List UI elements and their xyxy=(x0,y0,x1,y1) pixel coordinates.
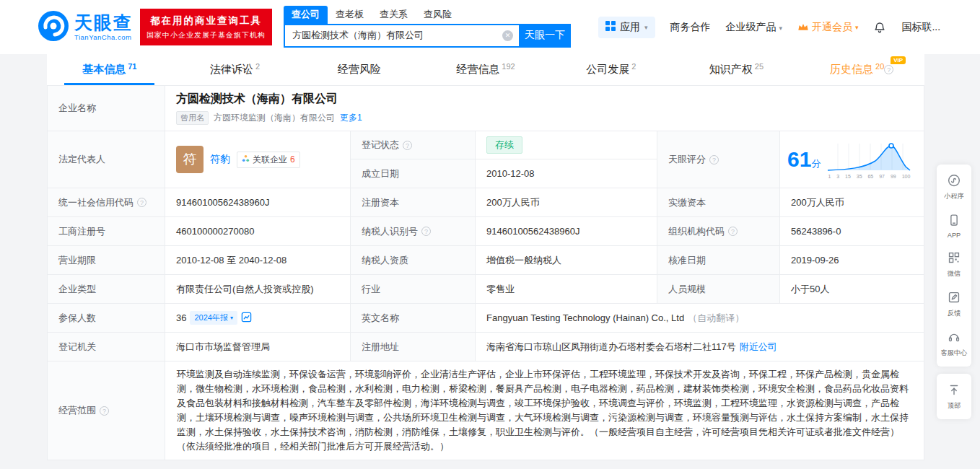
search-input[interactable] xyxy=(284,24,519,48)
info-icon[interactable]: ? xyxy=(403,141,412,150)
field-label-reg-status: 登记状态? xyxy=(351,131,476,159)
tab-intellectual-property[interactable]: 知识产权25 xyxy=(674,54,800,85)
related-companies-count: 6 xyxy=(290,154,295,165)
tab-count: 71 xyxy=(128,62,136,71)
info-icon[interactable]: ? xyxy=(884,65,893,74)
info-icon[interactable]: ? xyxy=(421,227,431,236)
banner-line1: 都在用的商业查询工具 xyxy=(146,14,266,27)
company-type-value: 有限责任公司(自然人投资或控股) xyxy=(165,275,351,303)
credit-code-value: 91460100562438960J xyxy=(165,188,351,216)
field-label-company-type: 企业类型 xyxy=(48,275,165,303)
reg-address-cell: 海南省海口市琼山区凤翔街道办石塔村委会石塔村二社117号 附近公司 xyxy=(476,333,924,361)
menu-vip-label: 开通会员 xyxy=(812,21,852,34)
field-label-staff-size: 人员规模 xyxy=(657,275,780,303)
paid-capital-value: 200万人民币 xyxy=(780,188,924,216)
tab-business-info[interactable]: 经营信息192 xyxy=(423,54,548,85)
score-axis-labels: 131535659799100 xyxy=(826,174,911,179)
tab-label: 知识产权 xyxy=(709,63,753,76)
field-label-industry: 行业 xyxy=(351,275,476,303)
annual-report-badge[interactable]: 2024年报▾ xyxy=(190,311,237,325)
score-value: 61分 xyxy=(787,149,821,170)
field-label-reg-capital: 注册资本 xyxy=(351,188,476,216)
search-tab-company[interactable]: 查公司 xyxy=(284,6,328,24)
sidebar-item-miniprogram[interactable]: 小程序 xyxy=(937,167,971,207)
reg-capital-value: 200万人民币 xyxy=(476,188,657,216)
field-label-reg-number: 工商注册号 xyxy=(48,217,165,245)
info-icon[interactable]: ? xyxy=(100,406,109,416)
legal-rep-avatar[interactable]: 符 xyxy=(176,146,204,173)
trend-chart-icon[interactable] xyxy=(241,312,252,325)
nearby-companies-link[interactable]: 附近公司 xyxy=(740,341,777,354)
more-former-names-link[interactable]: 更多1 xyxy=(340,112,362,124)
former-name-badge: 曾用名 xyxy=(176,111,209,125)
info-icon[interactable]: ? xyxy=(137,198,146,207)
search-button[interactable]: 天眼一下 xyxy=(519,24,571,48)
tab-operation-risk[interactable]: 经营风险 xyxy=(297,54,423,85)
sidebar-item-wechat[interactable]: 微信 xyxy=(937,245,971,284)
sidebar-item-customer-service[interactable]: 客服中心 xyxy=(937,324,971,364)
vip-badge: VIP xyxy=(891,56,906,64)
legal-rep-name-link[interactable]: 符豹 xyxy=(210,153,230,166)
field-label-english-name: 英文名称 xyxy=(351,304,476,332)
floating-toolbar: 小程序 APP 微信 反馈 客服中心 xyxy=(937,165,971,419)
notification-bell-icon[interactable] xyxy=(873,21,886,34)
related-companies-badge[interactable]: 关联企业 6 xyxy=(237,152,300,168)
tab-count: 2 xyxy=(631,62,636,71)
sidebar-item-app[interactable]: APP xyxy=(937,207,971,245)
menu-right-truncated[interactable]: 国标联... xyxy=(901,21,940,34)
miniprogram-icon xyxy=(948,174,961,188)
legal-right-grid: 登记状态? 存续 天眼评分? 61分 xyxy=(351,131,924,188)
search-tab-risk[interactable]: 查风险 xyxy=(416,6,460,24)
tab-legal-proceedings[interactable]: 法律诉讼2 xyxy=(172,54,298,85)
field-label-paid-capital: 实缴资本 xyxy=(657,188,780,216)
sidebar-item-feedback[interactable]: 反馈 xyxy=(937,284,971,324)
info-icon[interactable]: ? xyxy=(709,155,719,165)
info-icon[interactable]: ? xyxy=(728,227,738,236)
app-grid-icon xyxy=(605,21,616,33)
chevron-down-icon: ▾ xyxy=(855,24,859,31)
business-scope-value: 环境监测及自动连续监测，环保设备运营，环境影响评价，企业清洁生产评估，企业上市环… xyxy=(165,361,924,460)
related-companies-icon xyxy=(242,154,250,165)
tab-label: 公司发展 xyxy=(586,63,629,76)
logo-brand-text: 天眼查 xyxy=(74,14,133,32)
apps-menu[interactable]: 应用 ▾ xyxy=(598,17,655,38)
field-label-org-code: 组织机构代码? xyxy=(657,217,780,245)
chevron-down-icon: ▾ xyxy=(779,25,782,32)
tab-count: 2 xyxy=(255,62,260,71)
arrow-up-icon xyxy=(948,383,961,398)
logo-domain-text: TianYanCha.com xyxy=(74,34,133,41)
tianyancha-logo[interactable]: 天眼查 TianYanCha.com xyxy=(38,10,133,44)
search-tab-boss[interactable]: 查老板 xyxy=(328,6,372,24)
menu-open-vip[interactable]: 开通会员 ▾ xyxy=(797,21,859,34)
headset-icon xyxy=(948,330,961,345)
banner-line2: 国家中小企业发展子基金旗下机构 xyxy=(146,30,266,40)
menu-business-cooperation[interactable]: 商务合作 xyxy=(670,21,711,34)
taxpayer-quality-value: 增值税一般纳税人 xyxy=(476,246,657,274)
qr-code-icon xyxy=(948,251,961,266)
established-date-value: 2010-12-08 xyxy=(476,159,657,188)
score-distribution-chart: 131535659799100 xyxy=(826,141,911,179)
search-area: 查公司 查老板 查关系 查风险 ✕ 天眼一下 xyxy=(284,7,571,48)
insured-count-cell: 36 2024年报▾ xyxy=(165,304,351,332)
tab-company-development[interactable]: 公司发展2 xyxy=(548,54,674,85)
search-tab-relation[interactable]: 查关系 xyxy=(372,6,416,24)
insured-count-value: 36 xyxy=(176,312,186,323)
logo-eye-icon xyxy=(38,10,69,44)
field-label-business-term: 营业期限 xyxy=(48,246,165,274)
tab-history-info[interactable]: VIP 历史信息20 ? xyxy=(799,54,924,85)
tab-label: 经营风险 xyxy=(338,63,381,76)
crown-icon xyxy=(797,22,809,33)
tab-count: 25 xyxy=(755,62,764,71)
company-name-cell: 方圆检测技术（海南）有限公司 曾用名 方圆环境监测（海南）有限公司 更多1 xyxy=(165,86,924,131)
feedback-pencil-icon xyxy=(948,291,961,305)
tab-label: 法律诉讼 xyxy=(210,63,253,76)
field-label-company-name: 企业名称 xyxy=(48,86,165,131)
field-label-insured-count: 参保人数 xyxy=(48,304,165,332)
reg-address-value: 海南省海口市琼山区凤翔街道办石塔村委会石塔村二社117号 xyxy=(486,341,736,354)
menu-enterprise-products[interactable]: 企业级产品 ▾ xyxy=(726,21,782,34)
clear-search-icon[interactable]: ✕ xyxy=(502,30,513,41)
tab-label: 基本信息 xyxy=(82,63,126,76)
tab-basic-info[interactable]: 基本信息71 xyxy=(47,54,172,85)
org-code-value: 56243896-0 xyxy=(780,217,924,245)
sidebar-item-back-to-top[interactable]: 顶部 xyxy=(937,377,971,416)
